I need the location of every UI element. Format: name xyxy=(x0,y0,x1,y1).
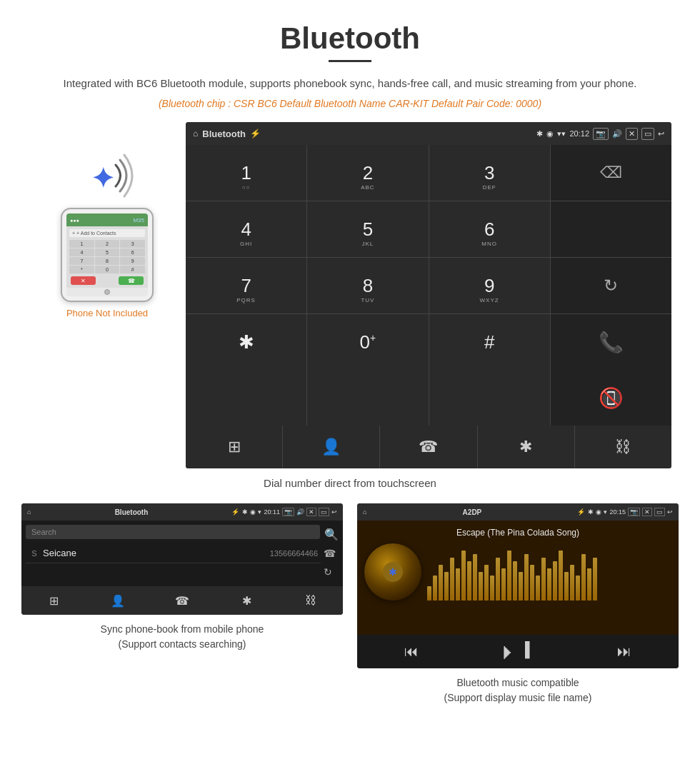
dial-cell-delete[interactable]: ⌫ xyxy=(551,145,671,201)
pb-home-icon[interactable]: ⌂ xyxy=(27,508,31,516)
subtitle-text: Integrated with BC6 Bluetooth module, su… xyxy=(0,75,700,92)
status-bar-right: ✱ ◉ ▾▾ 20:12 📷 🔊 ✕ ▭ ↩ xyxy=(431,128,664,140)
camera-icon[interactable]: 📷 xyxy=(593,128,609,140)
pb-back[interactable]: ↩ xyxy=(331,508,337,516)
music-controls: ⏮ ⏵❙ ⏭ xyxy=(357,635,679,668)
music-prev-button[interactable]: ⏮ xyxy=(404,643,419,660)
music-equalizer xyxy=(421,543,671,600)
dial-cell-hangup[interactable]: 📵 xyxy=(551,370,671,426)
mu-win[interactable]: ▭ xyxy=(654,508,665,516)
pb-search-icon[interactable]: 🔍 xyxy=(324,528,339,541)
mu-home-icon[interactable]: ⌂ xyxy=(363,508,366,516)
mu-back[interactable]: ↩ xyxy=(667,508,673,516)
dial-key-hash[interactable]: # xyxy=(429,314,550,370)
pb-bt-icon: ✱ xyxy=(242,508,248,516)
music-status-bar: ⌂ A2DP ⚡ ✱ ◉ ▾ 20:15 📷 ✕ ▭ ↩ xyxy=(357,503,679,521)
dial-key-star[interactable]: ✱ xyxy=(186,314,306,370)
dial-key-7[interactable]: 7PQRS xyxy=(186,258,306,313)
pb-contact-letter: S xyxy=(29,549,40,558)
back-icon[interactable]: ↩ xyxy=(658,129,664,139)
phonebook-status-bar: ⌂ Bluetooth ⚡ ✱ ◉ ▾ 20:11 📷 🔊 ✕ ▭ ↩ xyxy=(21,503,343,521)
pb-contact-item[interactable]: S Seicane 13566664466 xyxy=(26,543,321,563)
phone-not-included-label: Phone Not Included xyxy=(66,308,148,318)
bottom-panels: ⌂ Bluetooth ⚡ ✱ ◉ ▾ 20:11 📷 🔊 ✕ ▭ ↩ xyxy=(0,503,700,705)
location-icon: ◉ xyxy=(546,129,554,139)
mu-signal: ▾ xyxy=(604,508,607,516)
mu-status-right: ✱ ◉ ▾ 20:15 📷 ✕ ▭ ↩ xyxy=(588,508,673,516)
screen-title: Bluetooth xyxy=(202,129,246,139)
usb-icon: ⚡ xyxy=(250,129,261,139)
music-album-center: ✱ xyxy=(383,562,403,582)
dial-cell-refresh[interactable]: ↻ xyxy=(551,258,671,313)
dial-cell-answer[interactable]: 📞 xyxy=(551,314,671,370)
phone-key-star: * xyxy=(69,266,94,273)
dial-bottom-person[interactable]: 👤 xyxy=(283,426,379,468)
phone-keypad: 1 2 3 4 5 6 7 8 9 * 0 # xyxy=(69,240,145,273)
music-next-button[interactable]: ⏭ xyxy=(617,643,631,660)
phone-key-hash: # xyxy=(120,266,145,273)
dial-screen: ⌂ Bluetooth ⚡ ✱ ◉ ▾▾ 20:12 📷 🔊 ✕ ▭ ↩ 1○○ xyxy=(186,122,671,468)
pb-cls[interactable]: ✕ xyxy=(306,508,316,516)
mu-cam[interactable]: 📷 xyxy=(628,508,640,516)
phone-bottom-bar xyxy=(66,288,148,296)
phonebook-body: Search 🔍 S Seicane 13566664466 ☎ ↻ xyxy=(21,521,343,586)
dial-key-0[interactable]: 0+ xyxy=(307,314,428,370)
pb-bottom-bar: ⊞ 👤 ☎ ✱ ⛓ xyxy=(21,586,343,615)
phone-key-6: 6 xyxy=(120,248,145,256)
dial-bottom-phone[interactable]: ☎ xyxy=(380,426,476,468)
pb-btn-link[interactable]: ⛓ xyxy=(279,586,343,615)
phone-add-contact: + + Add to Contacts xyxy=(69,229,145,237)
pb-win[interactable]: ▭ xyxy=(319,508,329,516)
phone-key-8: 8 xyxy=(95,257,120,265)
phone-top-bar: ●●● M35 xyxy=(66,213,148,226)
dial-key-2[interactable]: 2ABC xyxy=(307,145,428,201)
music-screen: ⌂ A2DP ⚡ ✱ ◉ ▾ 20:15 📷 ✕ ▭ ↩ Escape (The… xyxy=(357,503,679,668)
music-panel: ⌂ A2DP ⚡ ✱ ◉ ▾ 20:15 📷 ✕ ▭ ↩ Escape (The… xyxy=(357,503,679,705)
pb-search-bar[interactable]: Search xyxy=(26,525,320,539)
pb-vol[interactable]: 🔊 xyxy=(296,508,304,516)
pb-signal: ▾ xyxy=(258,508,261,516)
title-divider xyxy=(329,60,371,62)
pb-contact-number: 13566664466 xyxy=(270,549,318,558)
pb-cam[interactable]: 📷 xyxy=(282,508,294,516)
home-icon[interactable]: ⌂ xyxy=(193,129,198,139)
pb-screen-title: Bluetooth xyxy=(34,508,229,516)
dial-key-4[interactable]: 4GHI xyxy=(186,201,306,257)
dial-bottom-bar: ⊞ 👤 ☎ ✱ ⛓ xyxy=(186,426,671,468)
dial-key-8[interactable]: 8TUV xyxy=(307,258,428,313)
phone-screen: + + Add to Contacts 1 2 3 4 5 6 7 8 9 * … xyxy=(66,226,148,288)
pb-usb-icon: ⚡ xyxy=(231,508,239,516)
dial-bottom-bluetooth[interactable]: ✱ xyxy=(478,426,574,468)
mu-cls[interactable]: ✕ xyxy=(642,508,652,516)
window-icon[interactable]: ▭ xyxy=(641,128,654,140)
dial-caption: Dial number direct from touchscreen xyxy=(0,477,700,489)
dial-key-9[interactable]: 9WXYZ xyxy=(429,258,550,313)
dial-key-3[interactable]: 3DEF xyxy=(429,145,550,201)
phone-key-0: 0 xyxy=(95,266,120,273)
pb-btn-person[interactable]: 👤 xyxy=(86,586,150,615)
music-art-area: ✱ xyxy=(364,543,671,600)
bluetooth-signal-icon: ✦ xyxy=(79,151,136,201)
music-play-pause-button[interactable]: ⏵❙ xyxy=(499,640,536,663)
dial-key-6[interactable]: 6MNO xyxy=(429,201,550,257)
dial-bottom-grid[interactable]: ⊞ xyxy=(186,426,282,468)
phone-key-1: 1 xyxy=(69,240,94,248)
mu-loc-icon: ◉ xyxy=(596,508,601,516)
close-icon[interactable]: ✕ xyxy=(626,128,638,140)
main-section: ✦ ●●● M35 + + Add to Contacts 1 2 xyxy=(0,122,700,468)
bluetooth-icon: ✱ xyxy=(536,129,543,139)
pb-btn-phone[interactable]: ☎ xyxy=(150,586,214,615)
dial-key-5[interactable]: 5JKL xyxy=(307,201,428,257)
dial-key-1[interactable]: 1○○ xyxy=(186,145,306,201)
pb-btn-grid[interactable]: ⊞ xyxy=(21,586,86,615)
music-bt-icon: ✱ xyxy=(389,566,397,578)
volume-icon[interactable]: 🔊 xyxy=(612,129,622,139)
music-song-title: Escape (The Pina Colada Song) xyxy=(456,528,579,538)
pb-btn-bt[interactable]: ✱ xyxy=(214,586,279,615)
dial-cell-empty-2 xyxy=(551,201,671,257)
pb-refresh-icon[interactable]: ↻ xyxy=(324,566,336,578)
pb-call-icon[interactable]: ☎ xyxy=(324,548,336,559)
mu-screen-title: A2DP xyxy=(369,508,574,516)
dial-bottom-link[interactable]: ⛓ xyxy=(575,426,671,468)
phonebook-screen: ⌂ Bluetooth ⚡ ✱ ◉ ▾ 20:11 📷 🔊 ✕ ▭ ↩ xyxy=(21,503,343,615)
